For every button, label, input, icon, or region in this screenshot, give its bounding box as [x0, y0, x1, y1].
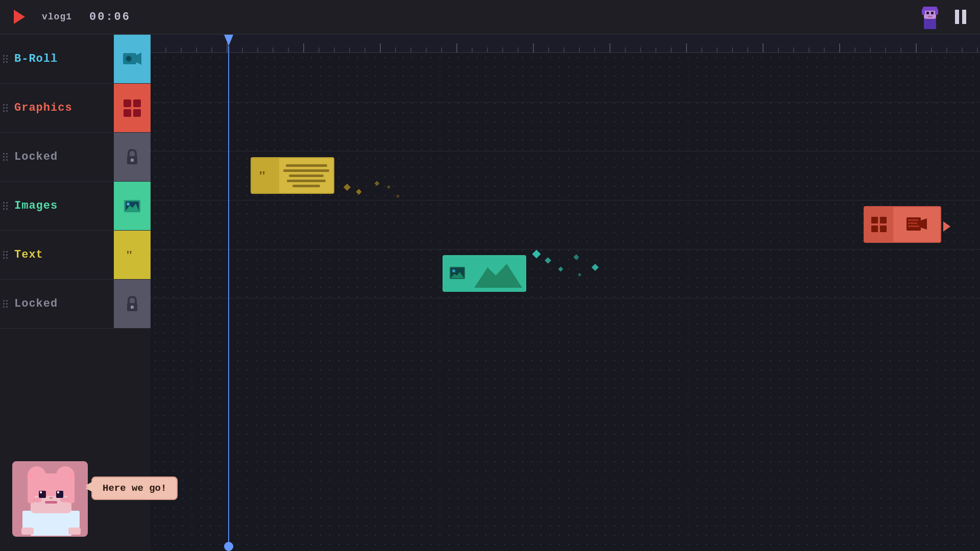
quote-icon: " [122, 245, 142, 265]
svg-rect-111 [50, 497, 53, 499]
playhead-line [228, 46, 229, 551]
row-divider-3 [151, 200, 980, 201]
track-images[interactable]: Images [0, 182, 151, 231]
track-graphics-icon [114, 84, 151, 132]
svg-point-84 [452, 269, 455, 272]
lock-icon-2 [123, 295, 141, 313]
clip-quote-icon: " [252, 158, 279, 193]
header-character-icon [917, 4, 943, 30]
track-locked2-icon [114, 280, 151, 328]
scatter-dot-3 [375, 181, 380, 186]
svg-point-11 [127, 57, 130, 60]
track-images-label: Images [10, 199, 114, 212]
teal-scatter-6 [578, 273, 581, 277]
track-broll[interactable]: B-Roll [0, 35, 151, 84]
svg-rect-116 [68, 528, 81, 535]
text-line-1 [286, 164, 327, 167]
track-text-icon: " [114, 231, 151, 279]
header-avatar [917, 4, 943, 30]
drag-handle-locked2 [0, 300, 10, 308]
drag-handle-images[interactable] [0, 202, 10, 210]
svg-rect-13 [133, 99, 141, 107]
project-name: vlog1 [37, 10, 77, 24]
svg-marker-9 [136, 53, 141, 65]
drag-handle-graphics[interactable] [0, 104, 10, 112]
svg-rect-12 [124, 99, 131, 107]
camera-icon [122, 49, 142, 69]
clip-arrow-right [943, 221, 950, 232]
speech-bubble: Here we go! [91, 477, 178, 500]
row-divider-2 [151, 151, 980, 152]
track-images-icon [114, 182, 151, 230]
play-icon [14, 10, 25, 24]
svg-point-114 [60, 497, 68, 503]
svg-marker-91 [921, 218, 927, 230]
text-line-3 [289, 174, 324, 177]
clip-images-mountain [471, 256, 525, 291]
svg-rect-93 [908, 222, 917, 224]
playhead-bottom [224, 542, 233, 551]
svg-rect-14 [124, 109, 131, 117]
svg-rect-92 [908, 219, 918, 221]
character-avatar [12, 461, 88, 537]
svg-point-118 [69, 474, 74, 479]
svg-rect-106 [67, 479, 75, 503]
timeline-ruler [151, 35, 980, 53]
play-button[interactable] [8, 6, 31, 28]
track-text-label: Text [10, 248, 114, 261]
clip-text-lines [279, 158, 333, 193]
svg-text:": " [126, 248, 133, 263]
graphics-clip-icon [870, 215, 888, 234]
mountain-shape [474, 261, 522, 288]
pause-icon-left [955, 10, 959, 24]
svg-rect-94 [908, 226, 919, 227]
text-line-5 [292, 185, 320, 187]
ruler-svg [151, 35, 980, 53]
pause-icon-right [962, 10, 966, 24]
images-icon [122, 196, 142, 216]
text-line-4 [287, 180, 326, 182]
timeline-grid: " [151, 53, 980, 551]
clip-graphics-right[interactable] [864, 206, 941, 243]
svg-rect-112 [45, 501, 57, 504]
text-line-2 [283, 169, 329, 172]
svg-rect-3 [922, 9, 925, 15]
character-container: Here we go! [12, 461, 88, 537]
drag-handle-locked1 [0, 153, 10, 161]
svg-rect-5 [926, 12, 929, 14]
svg-rect-87 [880, 217, 887, 223]
svg-point-21 [127, 203, 130, 206]
track-text[interactable]: Text " [0, 231, 151, 280]
timeline-area[interactable]: " [151, 35, 980, 551]
track-graphics[interactable]: Graphics [0, 84, 151, 133]
track-locked1: Locked [0, 133, 151, 182]
scatter-dot-2 [356, 189, 361, 194]
row-divider-4 [151, 249, 980, 249]
teal-scatter-1 [532, 250, 541, 259]
playhead[interactable] [228, 35, 229, 551]
svg-rect-115 [21, 528, 34, 535]
track-broll-icon [114, 35, 151, 83]
svg-rect-0 [924, 18, 936, 29]
image-frame-icon [449, 265, 466, 282]
drag-handle-broll[interactable] [0, 55, 10, 63]
clip-graphics-icon-left [865, 207, 893, 242]
graphics-icon [122, 98, 142, 118]
svg-rect-99 [22, 511, 33, 529]
svg-rect-24 [131, 306, 134, 309]
scatter-dot-1 [344, 184, 351, 191]
svg-rect-4 [935, 9, 938, 15]
teal-scatter-4 [573, 254, 579, 260]
lock-icon-1 [123, 148, 141, 166]
svg-rect-89 [880, 226, 887, 232]
svg-rect-15 [133, 109, 141, 117]
svg-rect-86 [871, 217, 878, 223]
row-divider-5 [151, 298, 980, 298]
track-graphics-label: Graphics [10, 102, 114, 114]
svg-rect-6 [931, 12, 934, 14]
clip-images[interactable] [443, 255, 526, 292]
clip-locked1[interactable]: " [251, 157, 334, 194]
drag-handle-text[interactable] [0, 251, 10, 259]
row-divider-1 [151, 102, 980, 103]
pause-button[interactable] [949, 6, 972, 28]
